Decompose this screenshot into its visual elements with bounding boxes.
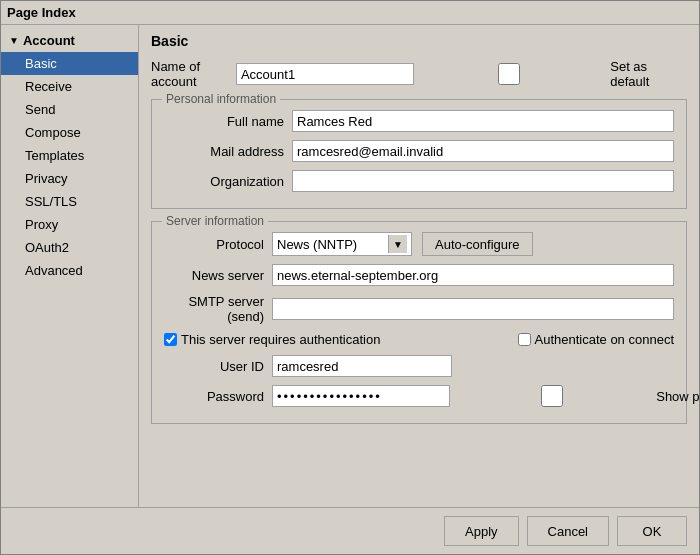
show-password-checkbox[interactable] — [462, 385, 642, 407]
set-as-default-row: Set as default — [414, 59, 687, 89]
organization-input[interactable] — [292, 170, 674, 192]
show-password-group: Show password — [462, 385, 699, 407]
auth-on-connect-label: Authenticate on connect — [535, 332, 675, 347]
sidebar-item-send[interactable]: Send — [1, 98, 138, 121]
apply-button[interactable]: Apply — [444, 516, 519, 546]
auto-configure-button[interactable]: Auto-configure — [422, 232, 533, 256]
mail-address-input[interactable] — [292, 140, 674, 162]
auth-required-row: This server requires authentication Auth… — [164, 332, 674, 347]
expand-arrow-icon: ▼ — [9, 35, 19, 46]
mail-address-label: Mail address — [164, 144, 284, 159]
sidebar-account-section[interactable]: ▼ Account — [1, 29, 138, 52]
password-input[interactable] — [272, 385, 450, 407]
show-password-label: Show password — [648, 389, 699, 404]
cancel-button[interactable]: Cancel — [527, 516, 609, 546]
news-server-label: News server — [164, 268, 264, 283]
sidebar: ▼ Account Basic Receive Send Compose Tem… — [1, 25, 139, 507]
user-id-label: User ID — [164, 359, 264, 374]
password-label: Password — [164, 389, 264, 404]
protocol-label: Protocol — [164, 237, 264, 252]
sidebar-account-label: Account — [23, 33, 75, 48]
personal-info-group-title: Personal information — [162, 92, 280, 106]
sidebar-item-advanced[interactable]: Advanced — [1, 259, 138, 282]
name-of-account-input[interactable] — [236, 63, 414, 85]
server-info-group-title: Server information — [162, 214, 268, 228]
protocol-dropdown-arrow-icon: ▼ — [388, 235, 407, 253]
auth-on-connect-checkbox[interactable] — [518, 333, 531, 346]
smtp-server-label: SMTP server (send) — [164, 294, 264, 324]
smtp-server-row: SMTP server (send) — [164, 294, 674, 324]
auth-on-connect-check-group: Authenticate on connect — [518, 332, 675, 347]
protocol-select[interactable]: News (NNTP) ▼ — [272, 232, 412, 256]
name-of-account-row: Name of account Set as default — [151, 59, 687, 89]
protocol-row: Protocol News (NNTP) ▼ Auto-configure — [164, 232, 674, 256]
sidebar-item-basic[interactable]: Basic — [1, 52, 138, 75]
main-content: ▼ Account Basic Receive Send Compose Tem… — [1, 25, 699, 507]
sidebar-item-compose[interactable]: Compose — [1, 121, 138, 144]
news-server-row: News server — [164, 264, 674, 286]
organization-label: Organization — [164, 174, 284, 189]
page-index-label: Page Index — [7, 5, 76, 20]
right-panel: Basic Name of account Set as default Per… — [139, 25, 699, 507]
set-as-default-label: Set as default — [610, 59, 679, 89]
organization-row: Organization — [164, 170, 674, 192]
title-bar: Page Index — [1, 1, 699, 25]
button-bar: Apply Cancel OK — [1, 507, 699, 554]
name-of-account-label: Name of account — [151, 59, 228, 89]
protocol-select-value: News (NNTP) — [277, 237, 388, 252]
news-server-input[interactable] — [272, 264, 674, 286]
auth-required-check-group: This server requires authentication — [164, 332, 380, 347]
sidebar-item-receive[interactable]: Receive — [1, 75, 138, 98]
set-as-default-checkbox[interactable] — [414, 63, 604, 85]
sidebar-item-oauth2[interactable]: OAuth2 — [1, 236, 138, 259]
personal-info-group: Personal information Full name Mail addr… — [151, 99, 687, 209]
full-name-input[interactable] — [292, 110, 674, 132]
sidebar-item-ssltls[interactable]: SSL/TLS — [1, 190, 138, 213]
full-name-label: Full name — [164, 114, 284, 129]
sidebar-item-templates[interactable]: Templates — [1, 144, 138, 167]
auth-required-checkbox[interactable] — [164, 333, 177, 346]
user-id-row: User ID — [164, 355, 674, 377]
sidebar-item-proxy[interactable]: Proxy — [1, 213, 138, 236]
password-row: Password Show password — [164, 385, 674, 407]
user-id-input[interactable] — [272, 355, 452, 377]
sidebar-item-privacy[interactable]: Privacy — [1, 167, 138, 190]
full-name-row: Full name — [164, 110, 674, 132]
ok-button[interactable]: OK — [617, 516, 687, 546]
smtp-server-input[interactable] — [272, 298, 674, 320]
window: Page Index ▼ Account Basic Receive Send … — [0, 0, 700, 555]
auth-required-label: This server requires authentication — [181, 332, 380, 347]
mail-address-row: Mail address — [164, 140, 674, 162]
panel-title: Basic — [151, 33, 687, 49]
server-info-group: Server information Protocol News (NNTP) … — [151, 221, 687, 424]
